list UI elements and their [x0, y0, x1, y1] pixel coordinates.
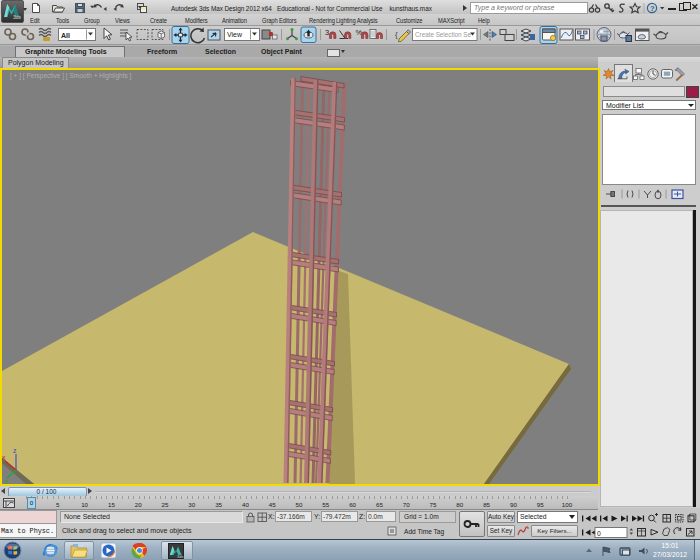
svg-text:0: 0: [597, 530, 601, 537]
svg-text:3ds: 3ds: [177, 554, 183, 559]
svg-text:?: ?: [650, 4, 655, 13]
svg-text:y: y: [4, 478, 8, 484]
svg-text:3ds: 3ds: [13, 14, 21, 20]
svg-text:Create Selection Se: Create Selection Se: [415, 31, 472, 38]
svg-text:{: {: [395, 30, 398, 39]
svg-text:All: All: [61, 32, 70, 39]
svg-text:View: View: [227, 31, 243, 38]
svg-text:x: x: [2, 454, 6, 461]
svg-text:z: z: [13, 447, 17, 454]
svg-text:3: 3: [325, 28, 329, 37]
